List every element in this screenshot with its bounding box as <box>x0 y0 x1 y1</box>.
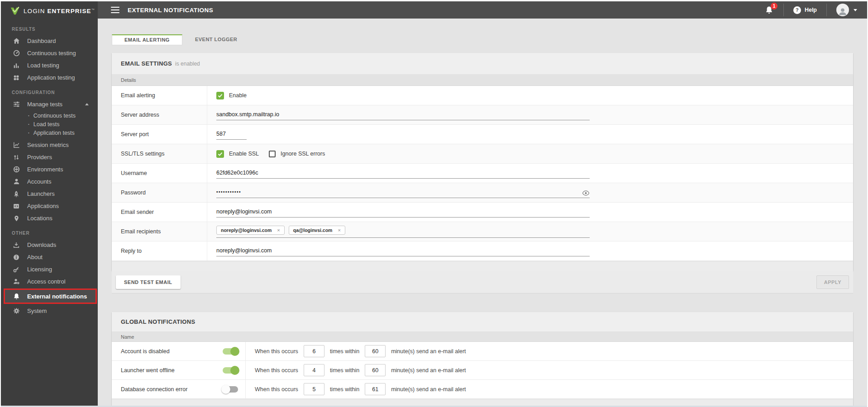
enable-checkbox[interactable] <box>216 92 224 99</box>
recipients-input[interactable]: noreply@loginvsi.com × qa@loginvsi.com × <box>216 226 590 238</box>
email-sender-input[interactable] <box>216 207 590 218</box>
tab-email-alerting[interactable]: EMAIL ALERTING <box>112 34 182 45</box>
sidebar-item-about[interactable]: About <box>1 251 98 263</box>
sidebar-item-external-notifications[interactable]: External notifications <box>4 289 97 304</box>
topbar-divider <box>826 4 827 16</box>
sidebar-subitem-application-tests[interactable]: Application tests <box>1 128 98 137</box>
sidebar-item-environments[interactable]: Environments <box>1 163 98 175</box>
row-email-recipients: Email recipients noreply@loginvsi.com × … <box>112 222 853 241</box>
email-settings-header: EMAIL SETTINGS is enabled <box>112 53 853 75</box>
occurs-count-input[interactable] <box>304 364 324 376</box>
remove-recipient-icon[interactable]: × <box>277 227 280 233</box>
row-email-alerting: Email alerting Enable <box>112 86 853 105</box>
chevron-down-icon <box>854 9 857 11</box>
ignore-ssl-errors-checkbox[interactable] <box>269 151 276 157</box>
password-input[interactable] <box>216 187 590 198</box>
enable-ssl-checkbox[interactable] <box>216 150 224 158</box>
page-title: EXTERNAL NOTIFICATIONS <box>128 7 213 14</box>
collapse-icon[interactable] <box>85 103 89 105</box>
server-port-input[interactable] <box>216 129 247 140</box>
sidebar-item-locations[interactable]: Locations <box>1 212 98 224</box>
sidebar-subitem-continuous-tests[interactable]: Continuous tests <box>1 111 98 120</box>
reply-to-input[interactable] <box>216 246 590 256</box>
globe-icon <box>12 166 21 174</box>
sidebar-section-results: RESULTS <box>1 27 98 32</box>
swap-icon <box>12 153 21 161</box>
row-email-sender: Email sender <box>112 203 853 222</box>
brand-text: LOGIN ENTERPRISE™ <box>24 8 95 14</box>
within-minutes-input[interactable] <box>365 364 386 376</box>
help-button[interactable]: ? Help <box>793 6 817 14</box>
row-password: Password <box>112 183 853 203</box>
notification-row-database-error: Database connection error When this occu… <box>112 380 853 399</box>
occurs-count-input[interactable] <box>304 345 324 357</box>
apply-button[interactable]: APPLY <box>816 275 849 289</box>
launcher-offline-toggle[interactable] <box>223 367 238 374</box>
recipient-chip[interactable]: noreply@loginvsi.com × <box>216 226 285 235</box>
manage-tests-subgroup: Continuous tests Load tests Application … <box>1 111 98 137</box>
sidebar-item-system[interactable]: System <box>1 305 98 317</box>
global-notifications-title: GLOBAL NOTIFICATIONS <box>121 318 195 325</box>
sidebar-item-session-metrics[interactable]: Session metrics <box>1 139 98 151</box>
sidebar-item-access-control[interactable]: Access control <box>1 275 98 288</box>
sidebar-item-downloads[interactable]: Downloads <box>1 239 98 251</box>
row-server-address: Server address <box>112 105 853 125</box>
row-username: Username <box>112 164 853 183</box>
within-minutes-input[interactable] <box>365 383 386 395</box>
gauge-icon <box>12 49 21 57</box>
question-icon: ? <box>793 6 801 14</box>
username-input[interactable] <box>216 168 590 179</box>
sidebar-subitem-load-tests[interactable]: Load tests <box>1 120 98 128</box>
sidebar-item-applications[interactable]: Applications <box>1 200 98 212</box>
notification-row-launcher-offline: Launcher went offline When this occurs t… <box>112 361 853 380</box>
notification-row-account-disabled: Account is disabled When this occurs tim… <box>112 342 853 361</box>
global-notifications-header: GLOBAL NOTIFICATIONS <box>112 312 853 332</box>
email-settings-status: is enabled <box>175 61 200 67</box>
sidebar-item-manage-tests[interactable]: Manage tests <box>1 98 98 110</box>
remove-recipient-icon[interactable]: × <box>338 227 340 233</box>
key-icon <box>12 265 21 274</box>
topbar-divider <box>783 4 784 16</box>
app-grid-icon <box>12 74 21 82</box>
person-icon <box>12 178 21 186</box>
login-enterprise-logo-icon <box>10 6 24 16</box>
table-footer <box>112 261 853 271</box>
rocket-icon <box>12 190 21 198</box>
bar-chart-icon <box>12 62 21 70</box>
global-notifications-card: GLOBAL NOTIFICATIONS Name Account is dis… <box>112 312 853 406</box>
download-icon <box>12 241 21 249</box>
sidebar-item-accounts[interactable]: Accounts <box>1 175 98 188</box>
tab-event-logger[interactable]: EVENT LOGGER <box>182 34 250 45</box>
occurs-count-input[interactable] <box>304 383 324 395</box>
table-footer <box>112 399 853 406</box>
notifications-bell-button[interactable]: 1 <box>764 5 774 15</box>
row-reply-to: Reply to <box>112 241 853 261</box>
person-gear-icon <box>12 278 21 286</box>
send-test-email-button[interactable]: SEND TEST EMAIL <box>116 275 181 289</box>
recipient-chip[interactable]: qa@loginvsi.com × <box>289 226 345 235</box>
sidebar-item-application-testing[interactable]: Application testing <box>1 71 98 84</box>
notification-count-badge: 1 <box>771 3 777 9</box>
line-chart-icon <box>12 141 21 149</box>
email-settings-card: EMAIL SETTINGS is enabled Details Email … <box>112 53 853 271</box>
sidebar-section-other: OTHER <box>1 231 98 236</box>
within-minutes-input[interactable] <box>365 345 386 357</box>
show-password-eye-icon[interactable] <box>582 190 590 196</box>
code-icon <box>12 202 21 210</box>
menu-icon[interactable] <box>111 7 119 14</box>
sidebar-item-continuous-testing[interactable]: Continuous testing <box>1 47 98 59</box>
sidebar-item-load-testing[interactable]: Load testing <box>1 59 98 71</box>
row-ssl-settings: SSL/TLS settings Enable SSL Ignore SSL e… <box>112 144 853 164</box>
sidebar-item-dashboard[interactable]: Dashboard <box>1 35 98 47</box>
sidebar-item-providers[interactable]: Providers <box>1 151 98 163</box>
email-settings-title: EMAIL SETTINGS <box>121 60 172 67</box>
sidebar-item-launchers[interactable]: Launchers <box>1 188 98 200</box>
sidebar-item-licensing[interactable]: Licensing <box>1 263 98 275</box>
user-menu-button[interactable] <box>836 4 857 16</box>
database-error-toggle[interactable] <box>223 386 238 393</box>
brand-logo[interactable]: LOGIN ENTERPRISE™ <box>1 1 98 20</box>
bell-icon <box>12 292 21 300</box>
server-address-input[interactable] <box>216 109 590 120</box>
topbar: EXTERNAL NOTIFICATIONS 1 ? Help <box>98 1 867 19</box>
account-disabled-toggle[interactable] <box>223 348 238 355</box>
